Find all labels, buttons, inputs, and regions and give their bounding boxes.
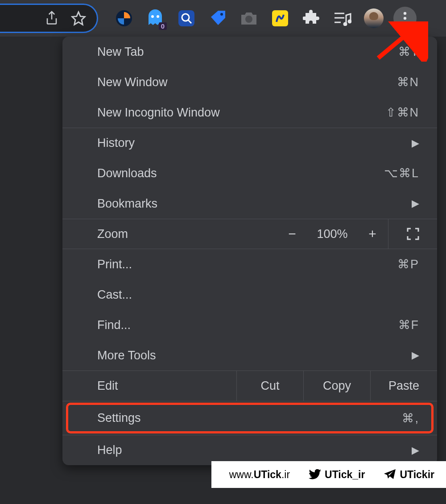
extensions-puzzle-icon[interactable] [297,4,326,33]
menu-new-incognito[interactable]: New Incognito Window ⇧⌘N [62,97,437,128]
extension-badge: 0 [159,22,167,30]
chevron-right-icon: ▶ [412,198,419,209]
svg-marker-0 [72,12,85,25]
edit-paste-button[interactable]: Paste [370,371,437,401]
menu-edit-row: Edit Cut Copy Paste [62,371,437,401]
menu-label: New Incognito Window [97,106,220,120]
svg-rect-4 [178,10,194,26]
chrome-menu-button[interactable] [391,4,419,33]
menu-shortcut: ⌘T [398,45,420,59]
menu-label: Bookmarks [97,197,157,211]
telegram-icon [384,469,396,480]
menu-print[interactable]: Print... ⌘P [62,249,437,279]
menu-shortcut: ⌥⌘L [384,166,419,180]
menu-settings[interactable]: Settings ⌘, [62,401,437,435]
edit-copy-button[interactable]: Copy [303,371,370,401]
chevron-right-icon: ▶ [412,350,419,361]
menu-label: Downloads [97,167,157,180]
svg-point-8 [245,16,252,23]
menu-bookmarks[interactable]: Bookmarks ▶ [62,188,437,219]
zoom-out-button[interactable]: − [277,226,308,242]
watermark-website: www.UTick.ir [229,469,290,481]
svg-point-14 [348,20,351,23]
watermark-telegram: UTickir [384,469,434,481]
menu-label: Edit [62,371,236,401]
svg-point-16 [404,17,406,20]
extension-nimbus-icon[interactable] [266,4,294,33]
watermark-twitter: UTick_ir [309,469,365,481]
twitter-icon [309,469,321,480]
chevron-right-icon: ▶ [412,137,419,149]
menu-label: Find... [97,318,131,332]
menu-label: Print... [97,258,132,271]
avatar-icon [364,8,384,28]
chevron-right-icon: ▶ [412,445,419,456]
menu-new-tab[interactable]: New Tab ⌘T [62,37,437,67]
svg-point-15 [404,12,406,15]
menu-zoom-row: Zoom − 100% + [62,219,437,249]
media-controls-icon[interactable] [328,4,357,33]
star-icon[interactable] [71,11,86,26]
extension-similarweb-icon[interactable] [110,4,138,33]
extension-ghostery-icon[interactable]: 0 [141,4,169,33]
menu-help[interactable]: Help ▶ [62,435,437,465]
menu-label: Cast... [97,288,132,302]
address-bar-end[interactable] [0,4,98,33]
menu-shortcut: ⇧⌘N [386,105,420,120]
menu-history[interactable]: History ▶ [62,128,437,158]
menu-downloads[interactable]: Downloads ⌥⌘L [62,158,437,188]
menu-label: Zoom [62,227,277,241]
extension-search-icon[interactable] [172,4,201,33]
extension-camera-icon[interactable] [235,4,263,33]
svg-point-3 [157,15,159,18]
menu-shortcut: ⌘F [398,318,420,332]
menu-more-tools[interactable]: More Tools ▶ [62,340,437,371]
extension-tag-icon[interactable] [203,4,232,33]
menu-label: More Tools [97,349,156,362]
edit-cut-button[interactable]: Cut [236,371,303,401]
menu-shortcut: ⌘N [397,75,420,89]
profile-avatar[interactable] [359,4,388,33]
svg-point-2 [151,15,154,18]
menu-label: Help [97,443,122,457]
zoom-in-button[interactable]: + [357,226,388,242]
svg-point-7 [220,13,223,16]
zoom-value: 100% [308,227,357,241]
fullscreen-button[interactable] [388,219,437,249]
menu-label: New Tab [97,45,144,59]
menu-shortcut: ⌘, [402,411,419,425]
menu-cast[interactable]: Cast... [62,279,437,310]
menu-label: History [97,136,135,150]
menu-label: Settings [97,411,141,425]
chrome-main-menu: New Tab ⌘T New Window ⌘N New Incognito W… [62,37,437,465]
menu-new-window[interactable]: New Window ⌘N [62,67,437,97]
browser-toolbar: 0 [0,0,446,37]
svg-point-17 [404,22,406,25]
watermark-bar: www.UTick.ir UTick_ir UTickir [211,461,446,488]
menu-shortcut: ⌘P [397,257,419,271]
menu-label: New Window [97,75,168,89]
menu-find[interactable]: Find... ⌘F [62,310,437,340]
svg-point-13 [344,23,347,25]
share-icon[interactable] [45,10,58,26]
